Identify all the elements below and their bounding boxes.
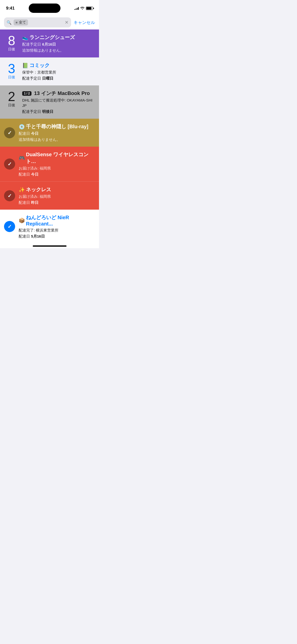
list-item[interactable]: ✓ 🎮 DualSense ワイヤレスコント… お届け済み: 福岡県 配達日 今… <box>0 147 99 181</box>
package-line-2: 追加情報はありません。 <box>19 137 95 142</box>
package-emoji: 📦 <box>19 217 25 223</box>
package-title: ✨ ネックレス <box>19 186 95 193</box>
package-info: 📦 ねんどろいど NieR Replicant... 配達完了: 横浜東営業所 … <box>19 214 95 239</box>
days-counter: 2 日後 <box>4 90 19 108</box>
wifi-icon <box>80 6 84 10</box>
search-bar[interactable]: 🔍 ≡ 全て ✕ キャンセル <box>0 15 99 29</box>
package-line-2: 追加情報はありません。 <box>22 48 95 53</box>
check-circle: ✓ <box>4 190 15 201</box>
list-item[interactable]: 3 日後 📗 コミック 保管中：京都営業所 配達予定日 日曜日 <box>0 57 99 85</box>
package-emoji: 📗 <box>22 62 28 69</box>
package-name: ねんどろいど NieR Replicant... <box>26 214 95 227</box>
list-item[interactable]: ✓ 💿 千と千尋の神隠し [Blu-ray] 配達日 今日 追加情報はありません… <box>0 119 99 147</box>
package-name: ネックレス <box>26 186 51 193</box>
package-line-1: 配達予定日 6月16日 <box>22 42 95 47</box>
filter-pill[interactable]: ≡ 全て <box>14 19 28 25</box>
search-input-wrap[interactable]: 🔍 ≡ 全て ✕ <box>4 17 71 27</box>
days-label: 日後 <box>8 75 15 80</box>
signal-icon <box>74 7 79 10</box>
home-bar <box>33 245 67 247</box>
package-line-1: DHL 施設にて搬送処理中: OKAYAMA-SHI JP <box>22 98 95 108</box>
list-item[interactable]: ✓ ✨ ネックレス お届け済み: 福岡県 配達日 昨日 <box>0 181 99 210</box>
package-line-2: 配達日 5月16日 <box>19 234 95 239</box>
package-line-2: 配達日 今日 <box>19 172 95 177</box>
check-circle: ✓ <box>4 158 15 170</box>
days-number: 2 <box>8 90 15 103</box>
package-name: 千と千尋の神隠し [Blu-ray] <box>26 123 88 130</box>
filter-lines-icon: ≡ <box>16 21 18 24</box>
package-info: 💿 千と千尋の神隠し [Blu-ray] 配達日 今日 追加情報はありません。 <box>19 123 95 142</box>
days-label: 日後 <box>8 103 15 108</box>
checkmark-icon: ✓ <box>8 223 12 230</box>
package-title: 👟 ランニングシューズ <box>22 34 95 41</box>
package-badge: 1 / 2 <box>22 91 31 96</box>
package-name: コミック <box>29 62 50 69</box>
package-name: ランニングシューズ <box>29 34 75 41</box>
package-title: 📦 ねんどろいど NieR Replicant... <box>19 214 95 227</box>
checkmark-icon: ✓ <box>8 161 12 167</box>
check-circle: ✓ <box>4 127 15 138</box>
status-icons <box>74 6 93 10</box>
list-item[interactable]: 8 日後 👟 ランニングシューズ 配達予定日 6月16日 追加情報はありません。 <box>0 29 99 57</box>
package-info: 👟 ランニングシューズ 配達予定日 6月16日 追加情報はありません。 <box>22 34 95 53</box>
package-line-1: お届け済み: 福岡県 <box>19 166 95 171</box>
package-title: 🎮 DualSense ワイヤレスコント… <box>19 151 95 165</box>
package-info: 📗 コミック 保管中：京都営業所 配達予定日 日曜日 <box>22 62 95 81</box>
days-counter: 8 日後 <box>4 34 19 52</box>
dynamic-island <box>29 4 60 13</box>
package-line-1: お届け済み: 福岡県 <box>19 194 95 199</box>
check-circle: ✓ <box>4 221 15 232</box>
home-indicator <box>0 243 99 248</box>
package-line-2: 配達日 昨日 <box>19 200 95 205</box>
package-info: 1 / 2 13 インチ MacBook Pro DHL 施設にて搬送処理中: … <box>22 90 95 114</box>
days-number: 3 <box>8 62 15 75</box>
package-name: 13 インチ MacBook Pro <box>34 90 90 97</box>
package-name: DualSense ワイヤレスコント… <box>26 151 95 165</box>
package-title: 1 / 2 13 インチ MacBook Pro <box>22 90 95 97</box>
package-emoji: 🎮 <box>19 155 25 161</box>
packages-list: 8 日後 👟 ランニングシューズ 配達予定日 6月16日 追加情報はありません。… <box>0 29 99 243</box>
package-emoji: ✨ <box>19 187 25 193</box>
package-emoji: 💿 <box>19 124 25 130</box>
search-icon: 🔍 <box>7 20 12 25</box>
list-item[interactable]: 2 日後 1 / 2 13 インチ MacBook Pro DHL 施設にて搬送… <box>0 85 99 119</box>
status-time: 9:41 <box>6 6 15 11</box>
days-number: 8 <box>8 34 15 47</box>
days-label: 日後 <box>8 47 15 52</box>
package-line-2: 配達予定日 日曜日 <box>22 76 95 81</box>
battery-icon <box>86 7 93 10</box>
package-line-1: 配達日 今日 <box>19 131 95 136</box>
package-line-1: 配達完了: 横浜東営業所 <box>19 228 95 233</box>
days-counter: 3 日後 <box>4 62 19 80</box>
package-line-1: 保管中：京都営業所 <box>22 70 95 75</box>
status-bar: 9:41 <box>0 0 99 15</box>
filter-label: 全て <box>19 20 26 25</box>
cancel-button[interactable]: キャンセル <box>74 20 95 25</box>
clear-button[interactable]: ✕ <box>65 20 69 25</box>
package-title: 💿 千と千尋の神隠し [Blu-ray] <box>19 123 95 130</box>
list-item[interactable]: ✓ 📦 ねんどろいど NieR Replicant... 配達完了: 横浜東営業… <box>0 210 99 243</box>
package-info: 🎮 DualSense ワイヤレスコント… お届け済み: 福岡県 配達日 今日 <box>19 151 95 177</box>
package-line-2: 配達予定日 明後日 <box>22 109 95 114</box>
package-emoji: 👟 <box>22 35 28 41</box>
checkmark-icon: ✓ <box>8 130 12 136</box>
checkmark-icon: ✓ <box>8 193 12 199</box>
package-info: ✨ ネックレス お届け済み: 福岡県 配達日 昨日 <box>19 186 95 205</box>
package-title: 📗 コミック <box>22 62 95 69</box>
